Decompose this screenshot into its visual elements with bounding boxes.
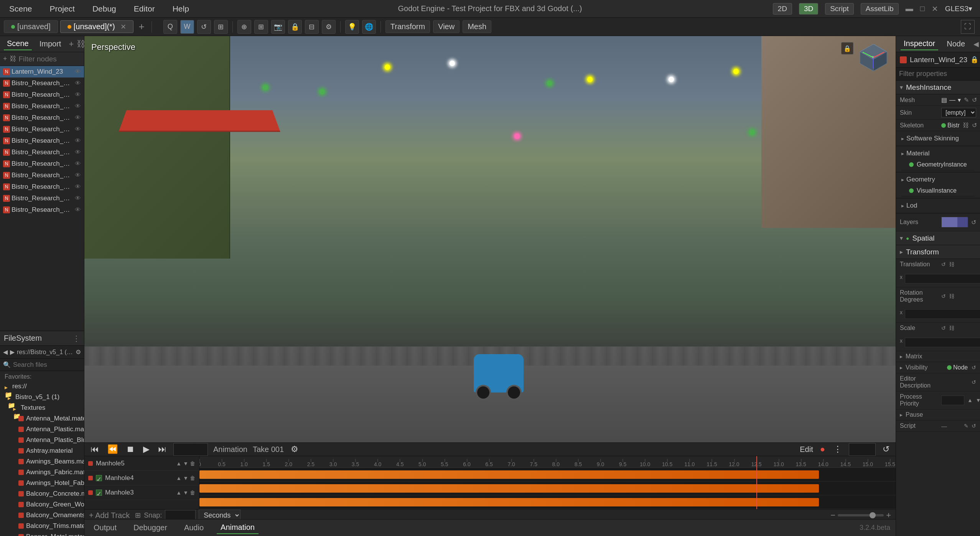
material-header[interactable]: ▸ Material	[901, 148, 975, 159]
insp-section-spatial[interactable]: ▾ ● Spatial	[896, 231, 980, 245]
track-up-icon-2[interactable]: ▲	[176, 490, 181, 496]
track-down-icon-0[interactable]: ▼	[183, 460, 188, 467]
track-up-icon-0[interactable]: ▲	[176, 460, 181, 467]
tree-eye-5[interactable]: 👁	[75, 126, 81, 133]
import-tab[interactable]: Import	[36, 38, 64, 50]
track-delete-icon-1[interactable]: 🗑	[190, 475, 195, 481]
track-delete-icon-2[interactable]: 🗑	[190, 490, 195, 496]
rotation-reset-icon[interactable]: ↺	[941, 293, 946, 299]
anim-track-bar-2[interactable]	[199, 495, 896, 509]
anim-menu-btn[interactable]: ⋮	[832, 443, 843, 456]
navigation-cube[interactable]: Y	[858, 42, 889, 73]
fs-item-balcony-ornaments[interactable]: Balcony_Ornaments.material	[0, 510, 84, 521]
view-3d-button[interactable]: 3D	[799, 3, 818, 15]
fs-item-antenna-plastic-blue[interactable]: Antenna_Plastic_Blue.material	[0, 435, 84, 445]
anim-settings-icon[interactable]: ⚙	[289, 443, 300, 456]
tree-eye-3[interactable]: 👁	[75, 103, 81, 110]
anim-stop-button[interactable]: ⏹	[125, 443, 136, 456]
insp-section-meshinstance[interactable]: ▾ MeshInstance	[896, 81, 980, 94]
layers-reset-icon[interactable]: ↺	[971, 219, 976, 226]
anim-step-back-button[interactable]: ⏮	[89, 443, 100, 456]
tool-settings[interactable]: ⚙	[322, 20, 336, 34]
scale-x-input[interactable]: 1	[905, 338, 980, 347]
tree-eye-10[interactable]: 👁	[75, 183, 81, 190]
tool-snap[interactable]: ⊞	[254, 20, 268, 34]
tree-eye-7[interactable]: 👁	[75, 149, 81, 156]
translation-reset-icon[interactable]: ↺	[941, 261, 946, 267]
view-script-button[interactable]: Script	[825, 3, 854, 15]
geometry-header[interactable]: ▸ Geometry	[901, 174, 975, 185]
tab-debugger[interactable]: Debugger	[130, 522, 171, 534]
filter-plus-icon[interactable]: +	[3, 55, 7, 63]
tree-item-bistro-4[interactable]: N Bistro_Research_Exterior_Paris_Buil 👁	[0, 112, 84, 124]
anim-track-header-manhole5[interactable]: Manhole5 ▲ ▼ 🗑	[84, 456, 199, 471]
toolbar-mesh-label[interactable]: Mesh	[463, 20, 491, 33]
toolbar-transform-label[interactable]: Transform	[385, 20, 430, 33]
tree-eye-1[interactable]: 👁	[75, 80, 81, 87]
tree-eye-8[interactable]: 👁	[75, 160, 81, 167]
tree-item-bistro-3[interactable]: N Bistro_Research_Exterior_Paris_Buil 👁	[0, 101, 84, 112]
tab-unsaved-2[interactable]: [unsaved](*) ✕	[60, 20, 133, 33]
anim-track-header-manhole3[interactable]: ✓ Manhole3 ▲ ▼ 🗑	[84, 485, 199, 500]
menu-project[interactable]: Project	[47, 3, 78, 15]
anim-track-header-manhole4[interactable]: ✓ Manhole4 ▲ ▼ 🗑	[84, 471, 199, 485]
process-priority-down[interactable]: ▼	[976, 397, 980, 403]
tree-item-lantern[interactable]: N Lantern_Wind_23 👁	[0, 66, 84, 78]
track-check-manhole3[interactable]: ✓	[96, 490, 102, 496]
tree-item-bistro-1[interactable]: N Bistro_Research_Exterior_Paris_Buil 👁	[0, 78, 84, 89]
anim-track-bar-0[interactable]	[199, 468, 896, 482]
anim-step-forward-button[interactable]: ⏭	[156, 443, 168, 456]
fs-item-res[interactable]: ▸ 📁 res://	[0, 381, 84, 392]
process-priority-up[interactable]: ▲	[967, 397, 973, 403]
menu-scene[interactable]: Scene	[6, 3, 35, 15]
track-down-icon-1[interactable]: ▼	[183, 475, 188, 481]
tool-move[interactable]: W	[180, 20, 194, 34]
menu-editor[interactable]: Editor	[131, 3, 158, 15]
tool-select[interactable]: Q	[163, 20, 177, 34]
node-lock-icon[interactable]: 🔒	[970, 56, 978, 64]
tree-eye-6[interactable]: 👁	[75, 137, 81, 144]
fs-item-balcony-green[interactable]: Balcony_Green_Wood.material	[0, 499, 84, 510]
fullscreen-button[interactable]: ⛶	[961, 20, 975, 34]
insp-row-pause[interactable]: ▸ Pause	[896, 409, 980, 421]
filesystem-search-input[interactable]	[13, 361, 94, 369]
fs-item-banner-metal[interactable]: Banner_Metal.material	[0, 531, 84, 536]
anim-play-button[interactable]: ▶	[142, 443, 151, 456]
menu-debug[interactable]: Debug	[89, 3, 119, 15]
scene-link-icon[interactable]: ⛓	[77, 39, 85, 49]
tool-lock[interactable]: 🔒	[288, 20, 302, 34]
toolbar-view-label[interactable]: View	[433, 20, 460, 33]
rotation-link-icon[interactable]: ⛓	[949, 293, 954, 299]
fs-item-antenna-metal[interactable]: Antenna_Metal.material	[0, 413, 84, 424]
tree-eye-9[interactable]: 👁	[75, 172, 81, 179]
tree-eye-12[interactable]: 👁	[75, 206, 81, 213]
inspector-filter-input[interactable]	[899, 70, 980, 78]
process-priority-input[interactable]: 0	[941, 396, 964, 405]
tool-camera[interactable]: 📷	[271, 20, 285, 34]
scene-tab[interactable]: Scene	[4, 38, 32, 50]
window-maximize[interactable]: □	[920, 4, 925, 13]
tab-animation[interactable]: Animation	[217, 521, 259, 534]
view-assetlib-button[interactable]: AssetLib	[861, 3, 899, 15]
tool-light[interactable]: 💡	[345, 20, 359, 34]
fs-item-awnings-hotel[interactable]: Awnings_Hotel_Fabric.material	[0, 478, 84, 488]
tab-output[interactable]: Output	[90, 522, 120, 534]
tree-item-bistro-9[interactable]: N Bistro_Research_Exterior_Paris_Buil 👁	[0, 170, 84, 181]
tree-item-bistro-11[interactable]: N Bistro_Research_Exterior_Paris_Buil 👁	[0, 193, 84, 204]
mesh-edit-icon[interactable]: ✎	[964, 96, 969, 104]
visibility-reset-icon[interactable]: ↺	[972, 364, 976, 371]
tree-item-bistro-8[interactable]: N Bistro_Research_Exterior_Paris_Buil 👁	[0, 158, 84, 170]
tree-item-bistro-7[interactable]: N Bistro_Research_Exterior_Paris_Buil 👁	[0, 147, 84, 158]
tree-eye-2[interactable]: 👁	[75, 91, 81, 98]
tree-item-bistro-6[interactable]: N Bistro_Research_Exterior_Paris_Buil 👁	[0, 135, 84, 147]
fs-item-bistro-v5[interactable]: ▸ 📁 Bistro_v5_1 (1)	[0, 392, 84, 402]
scale-reset-icon[interactable]: ↺	[941, 325, 946, 331]
track-delete-icon-0[interactable]: 🗑	[190, 460, 195, 467]
fs-item-ashtray[interactable]: Ashtray.material	[0, 445, 84, 456]
insp-section-transform[interactable]: ▸ Transform	[896, 245, 980, 259]
animation-playhead[interactable]	[756, 456, 757, 509]
tab-audio[interactable]: Audio	[180, 522, 208, 534]
anim-edit-button[interactable]: Edit	[800, 445, 813, 454]
fs-search-icon[interactable]: 🔍	[3, 361, 11, 368]
fs-item-antenna-plastic[interactable]: Antenna_Plastic.material	[0, 424, 84, 435]
